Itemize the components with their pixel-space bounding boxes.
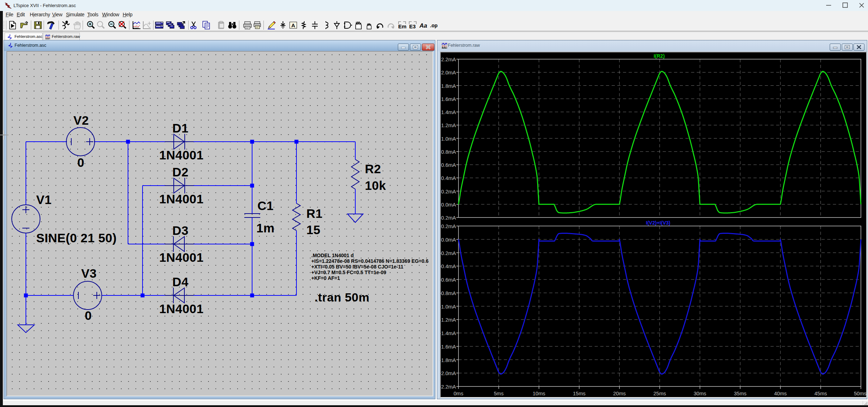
svg-text:1.0mA: 1.0mA (441, 136, 456, 142)
svg-text:Aa: Aa (419, 22, 427, 29)
svg-text:I(V2)+I(V3): I(V2)+I(V3) (646, 220, 671, 226)
svg-text:1N4001: 1N4001 (159, 148, 204, 162)
svg-text:1N4001: 1N4001 (159, 192, 204, 206)
svg-text:V2: V2 (73, 113, 89, 127)
svg-text:A: A (291, 22, 295, 28)
svg-text:.op: .op (430, 23, 438, 28)
svg-text:V1: V1 (36, 193, 52, 207)
svg-text:Em: Em (398, 23, 406, 29)
svg-text:2.2mA: 2.2mA (441, 57, 456, 62)
svg-text:0: 0 (77, 156, 84, 169)
svg-text:SINE(0 21 50): SINE(0 21 50) (36, 231, 117, 245)
svg-text:10k: 10k (365, 179, 386, 192)
svg-text:+XTI=0.05 BV=50 IBV=5e-08 CJO=: +XTI=0.05 BV=50 IBV=5e-08 CJO=1e-11 (311, 264, 404, 270)
svg-text:15ms: 15ms (573, 391, 585, 396)
svg-text:I(R2): I(R2) (653, 53, 664, 59)
svg-text:E3: E3 (409, 23, 416, 29)
svg-text:40ms: 40ms (774, 391, 786, 396)
svg-text:50ms: 50ms (854, 391, 866, 396)
svg-text:0.2mA: 0.2mA (441, 224, 456, 229)
svg-text:0ms: 0ms (454, 391, 463, 396)
svg-text:30ms: 30ms (694, 391, 706, 396)
svg-text:R1: R1 (306, 207, 323, 220)
svg-text:D2: D2 (172, 165, 189, 179)
svg-text:-1.0mA: -1.0mA (439, 304, 456, 310)
svg-text:+KF=0 AF=1: +KF=0 AF=1 (311, 275, 340, 281)
svg-text:D3: D3 (172, 224, 189, 237)
svg-text:D1: D1 (172, 121, 189, 135)
svg-text:-2.0mA: -2.0mA (439, 371, 456, 376)
svg-text:0.2mA: 0.2mA (441, 189, 456, 194)
svg-text:-2.2mA: -2.2mA (439, 384, 456, 390)
svg-text:C1: C1 (257, 199, 274, 213)
svg-text:-1.4mA: -1.4mA (439, 330, 456, 336)
svg-text:V3: V3 (81, 266, 97, 280)
svg-text:0.8mA: 0.8mA (441, 149, 456, 155)
svg-text:0.0mA: 0.0mA (441, 237, 456, 243)
svg-text:0.4mA: 0.4mA (441, 175, 456, 181)
svg-text:0.0mA: 0.0mA (441, 202, 456, 208)
svg-text:10ms: 10ms (533, 391, 545, 396)
svg-text:-0.4mA: -0.4mA (439, 264, 456, 269)
svg-text:D4: D4 (172, 275, 189, 289)
svg-text:-1.2mA: -1.2mA (439, 317, 456, 323)
svg-text:+VJ=0.7 M=0.5 FC=0.5 TT=1e-09: +VJ=0.7 M=0.5 FC=0.5 TT=1e-09 (311, 270, 386, 275)
svg-text:-0.2mA: -0.2mA (439, 250, 456, 256)
svg-text:45ms: 45ms (814, 391, 827, 396)
svg-text:5ms: 5ms (494, 391, 503, 396)
svg-text:-0.2mA: -0.2mA (439, 215, 456, 221)
svg-text:15: 15 (306, 223, 321, 237)
svg-text:35ms: 35ms (734, 391, 746, 396)
svg-text:0.6mA: 0.6mA (441, 162, 456, 168)
svg-text:2.0mA: 2.0mA (441, 70, 456, 75)
svg-text:1.4mA: 1.4mA (441, 109, 456, 115)
svg-text:-1.8mA: -1.8mA (439, 357, 456, 363)
svg-text:-0.8mA: -0.8mA (439, 290, 456, 296)
svg-text:0: 0 (85, 309, 92, 322)
svg-text:1.6mA: 1.6mA (441, 96, 456, 102)
svg-text:1.2mA: 1.2mA (441, 123, 456, 128)
svg-text:1N4001: 1N4001 (159, 302, 204, 316)
svg-text:+IS=1.22478e-08 RS=0.0414786 N: +IS=1.22478e-08 RS=0.0414786 N=1.83369 E… (311, 258, 429, 264)
svg-text:-0.6mA: -0.6mA (439, 277, 456, 283)
svg-text:1N4001: 1N4001 (159, 250, 204, 264)
svg-text:1m: 1m (256, 221, 274, 235)
svg-text:-1.6mA: -1.6mA (439, 344, 456, 350)
svg-text:20ms: 20ms (613, 391, 625, 396)
svg-text:R2: R2 (365, 162, 381, 176)
svg-text:25ms: 25ms (653, 391, 666, 396)
svg-text:.MODEL 1N4001 d: .MODEL 1N4001 d (311, 253, 354, 258)
svg-text:.tran 50m: .tran 50m (315, 290, 369, 304)
svg-text:1.8mA: 1.8mA (441, 83, 456, 89)
